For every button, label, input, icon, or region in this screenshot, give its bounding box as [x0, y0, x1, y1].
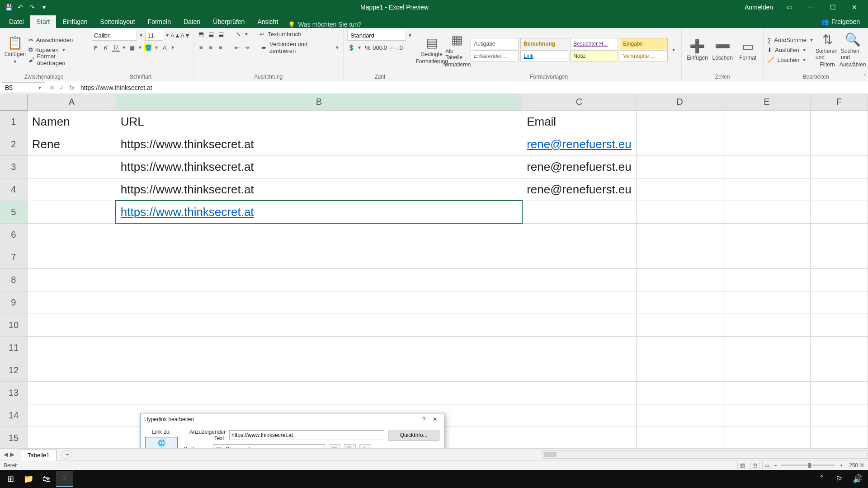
cell-E6[interactable]	[723, 223, 810, 246]
cell-D13[interactable]	[636, 381, 723, 404]
zoom-slider[interactable]	[781, 465, 835, 466]
undo-icon[interactable]: ↶	[16, 4, 24, 11]
indent-inc-icon[interactable]: ⇥	[243, 43, 251, 52]
redo-icon[interactable]: ↷	[28, 4, 36, 11]
cell-F3[interactable]	[810, 155, 868, 178]
tray-up-icon[interactable]: ˄	[813, 471, 830, 487]
cell-B4[interactable]: https://www.thinksecret.at	[116, 178, 522, 201]
inc-decimal-icon[interactable]: .0→	[383, 43, 392, 52]
row-8[interactable]: 8	[0, 268, 27, 291]
cut-icon[interactable]: ✂	[28, 37, 33, 43]
cell-A6[interactable]	[27, 223, 116, 246]
cell-E11[interactable]	[723, 336, 810, 359]
tellme-text[interactable]: Was möchten Sie tun?	[298, 21, 361, 28]
fill-color-icon[interactable]: 🪣	[144, 43, 152, 52]
cell-D7[interactable]	[636, 246, 723, 268]
cell-C4[interactable]: rene@renefuerst.eu	[522, 178, 637, 201]
cell-C13[interactable]	[522, 381, 637, 404]
cell-E12[interactable]	[723, 359, 810, 381]
up-folder-icon[interactable]: 📂	[329, 444, 340, 448]
cell-F8[interactable]	[810, 268, 868, 291]
cell-F4[interactable]	[810, 178, 868, 201]
style-verknuepft[interactable]: Verknüpfte ...	[620, 50, 668, 61]
zoom-in-icon[interactable]: +	[840, 462, 843, 469]
accept-formula-icon[interactable]: ✓	[57, 84, 67, 91]
ribbon-options-icon[interactable]: ▭	[784, 4, 795, 11]
cell-E4[interactable]	[723, 178, 810, 201]
qat-customize-icon[interactable]: ▾	[40, 4, 48, 11]
find-select-button[interactable]: 🔍Suchen undAuswählen	[841, 32, 864, 68]
row-6[interactable]: 6	[0, 223, 27, 246]
cell-F6[interactable]	[810, 223, 868, 246]
cell-E3[interactable]	[723, 155, 810, 178]
col-B[interactable]: B	[116, 94, 522, 110]
row-5[interactable]: 5	[0, 201, 27, 223]
linkto-file-web[interactable]: 🌐 Datei oderWebseite	[145, 437, 178, 448]
cell-E2[interactable]	[723, 133, 810, 155]
row-9[interactable]: 9	[0, 291, 27, 314]
view-normal-icon[interactable]: ▦	[737, 462, 747, 469]
percent-icon[interactable]: %	[363, 43, 372, 52]
style-besuchter[interactable]: Besuchter H...	[570, 38, 618, 49]
cell-E7[interactable]	[723, 246, 810, 268]
cell-D12[interactable]	[636, 359, 723, 381]
cell-B12[interactable]	[116, 359, 522, 381]
autosum-icon[interactable]: ∑	[767, 37, 771, 43]
cell-C9[interactable]	[522, 291, 637, 314]
align-top-icon[interactable]: ⬒	[197, 30, 205, 38]
cell-E15[interactable]	[723, 427, 810, 448]
cell-C2[interactable]: rene@renefuerst.eu	[522, 133, 637, 155]
dialog-close-icon[interactable]: ✕	[429, 414, 440, 424]
align-bottom-icon[interactable]: ⬓	[217, 30, 225, 38]
cell-C5[interactable]	[522, 201, 637, 223]
row-15[interactable]: 15	[0, 427, 27, 448]
share-button[interactable]: 👥Freigeben	[813, 15, 868, 28]
cell-B8[interactable]	[116, 268, 522, 291]
cell-D15[interactable]	[636, 427, 723, 448]
style-eingabe[interactable]: Eingabe	[620, 38, 668, 49]
col-F[interactable]: F	[810, 94, 868, 110]
align-center-icon[interactable]: ≡	[207, 43, 215, 52]
sheet-tab-1[interactable]: Tabelle1	[20, 450, 57, 460]
cell-F5[interactable]	[810, 201, 868, 223]
signin-link[interactable]: Anmelden	[745, 4, 773, 11]
cell-C15[interactable]	[522, 427, 637, 448]
cell-D11[interactable]	[636, 336, 723, 359]
cell-B9[interactable]	[116, 291, 522, 314]
style-ausgabe[interactable]: Ausgabe	[471, 38, 519, 49]
cell-D9[interactable]	[636, 291, 723, 314]
cell-E1[interactable]	[723, 110, 810, 133]
align-right-icon[interactable]: ≡	[217, 43, 225, 52]
save-icon[interactable]: 💾	[5, 4, 13, 11]
font-name-input[interactable]	[92, 30, 137, 41]
cell-C14[interactable]	[522, 404, 637, 427]
tab-view[interactable]: Ansicht	[251, 15, 284, 28]
formula-input[interactable]: https://www.thinksecret.at	[77, 84, 868, 91]
cell-A5[interactable]	[27, 201, 116, 223]
start-menu-icon[interactable]: ⊞	[2, 471, 19, 487]
cell-C1[interactable]: Email	[522, 110, 637, 133]
cell-E8[interactable]	[723, 268, 810, 291]
cell-A11[interactable]	[27, 336, 116, 359]
minimize-icon[interactable]: —	[806, 4, 816, 11]
comma-icon[interactable]: 000	[373, 43, 382, 52]
row-4[interactable]: 4	[0, 178, 27, 201]
row-3[interactable]: 3	[0, 155, 27, 178]
cell-A8[interactable]	[27, 268, 116, 291]
format-table-button[interactable]: ▦Als Tabelleformatieren	[445, 32, 469, 68]
borders-icon[interactable]: ▦	[128, 43, 136, 52]
cell-C10[interactable]	[522, 314, 637, 336]
cell-F1[interactable]	[810, 110, 868, 133]
cell-C7[interactable]	[522, 246, 637, 268]
style-berechnung[interactable]: Berechnung	[520, 38, 568, 49]
clear-icon[interactable]: 🧹	[767, 56, 774, 63]
underline-icon[interactable]: U	[112, 43, 120, 52]
collapse-ribbon-icon[interactable]: ˄	[863, 74, 866, 80]
cell-F13[interactable]	[810, 381, 868, 404]
col-A[interactable]: A	[27, 94, 116, 110]
cell-E5[interactable]	[723, 201, 810, 223]
cell-E10[interactable]	[723, 314, 810, 336]
cell-C3[interactable]: rene@renefuerst.eu	[522, 155, 637, 178]
cell-F15[interactable]	[810, 427, 868, 448]
dec-decimal-icon[interactable]: ←.0	[393, 43, 401, 52]
